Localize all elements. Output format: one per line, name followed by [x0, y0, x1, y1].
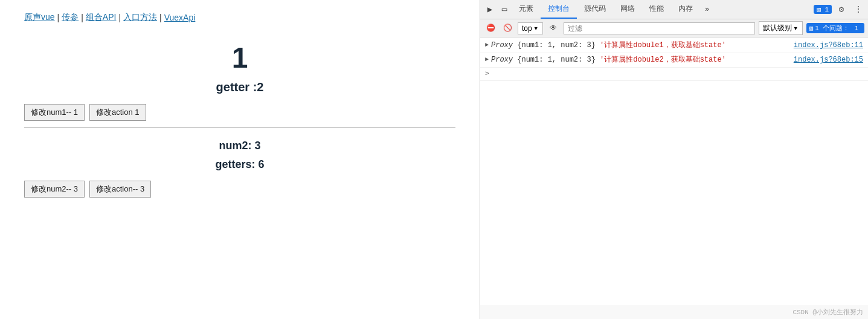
nav-link-rukoufangfa[interactable]: 入口方法 — [123, 12, 157, 23]
console-text-2: Proxy {num1: 1, num2: 3} '计算属性dobule2，获取… — [491, 55, 791, 65]
btn-modify-num2[interactable]: 修改num2-- 3 — [24, 181, 85, 198]
tab-memory[interactable]: 内存 — [671, 0, 700, 19]
devtools-panel: ▶ ▭ 元素 控制台 源代码 网络 性能 内存 » ▧ 1 ⚙ ⋮ ⛔ 🚫 to… — [480, 0, 868, 319]
string-val-2: '计算属性dobule2，获取基础state' — [600, 56, 726, 64]
console-row-1: ► Proxy {num1: 1, num2: 3} '计算属性dobule1，… — [480, 39, 868, 53]
issue-count-badge: 1 — [851, 24, 861, 33]
chevron-right-icon[interactable]: > — [485, 69, 489, 79]
nav-link-zuheapi[interactable]: 组合API — [86, 12, 117, 23]
stop-icon[interactable]: ⛔ — [484, 22, 497, 35]
triangle-1[interactable]: ► — [485, 41, 489, 50]
top-label: top — [522, 24, 532, 33]
string-val-1: '计算属性dobule1，获取基础state' — [600, 41, 726, 50]
nav-links: 原声vue | 传参 | 组合API | 入口方法 | VuexApi — [24, 12, 455, 23]
tab-elements[interactable]: 元素 — [512, 0, 541, 19]
left-panel: 原声vue | 传参 | 组合API | 入口方法 | VuexApi 1 ge… — [0, 0, 480, 319]
nav-link-yuansheng[interactable]: 原声vue — [24, 12, 55, 23]
console-chevron-row: > — [480, 68, 868, 81]
button-row-1: 修改num1-- 1 修改action 1 — [24, 104, 455, 121]
tab-performance[interactable]: 性能 — [642, 0, 671, 19]
divider — [24, 127, 455, 127]
csdn-watermark: CSDN @小刘先生很努力 — [480, 305, 868, 319]
clear-icon[interactable]: 🚫 — [501, 22, 514, 35]
nav-sep-3: | — [118, 13, 121, 22]
top-selector[interactable]: top ▼ — [518, 22, 543, 34]
more-vert-icon[interactable]: ⋮ — [851, 2, 866, 17]
obj-text-2: {num1: 1, num2: 3} — [517, 56, 600, 64]
level-dropdown-icon: ▼ — [793, 25, 799, 31]
proxy-keyword-2: Proxy — [491, 56, 513, 64]
console-output: ► Proxy {num1: 1, num2: 3} '计算属性dobule1，… — [480, 37, 868, 305]
level-label: 默认级别 — [763, 23, 792, 33]
getters-display: getters: 6 — [24, 158, 455, 171]
console-text-1: Proxy {num1: 1, num2: 3} '计算属性dobule1，获取… — [491, 40, 791, 51]
eye-icon[interactable]: 👁 — [547, 22, 560, 35]
num1-display: 1 — [24, 41, 455, 74]
badge-count: ▧ 1 — [814, 5, 832, 14]
tab-console[interactable]: 控制台 — [541, 0, 577, 19]
btn-modify-num1[interactable]: 修改num1-- 1 — [24, 104, 85, 121]
file-link-2[interactable]: index.js?68eb:15 — [794, 55, 863, 65]
settings-icon[interactable]: ⚙ — [834, 2, 849, 17]
nav-sep-4: | — [159, 13, 162, 22]
toolbar-tabs: 元素 控制台 源代码 网络 性能 内存 » — [512, 0, 714, 19]
devtools-toolbar: ▶ ▭ 元素 控制台 源代码 网络 性能 内存 » ▧ 1 ⚙ ⋮ — [480, 0, 868, 19]
nav-sep-2: | — [81, 13, 83, 22]
nav-link-vuexapi[interactable]: VuexApi — [164, 13, 196, 22]
num2-display: num2: 3 — [24, 140, 455, 152]
device-icon[interactable]: ▭ — [497, 2, 512, 17]
top-dropdown-icon: ▼ — [533, 25, 539, 31]
obj-text-1: {num1: 1, num2: 3} — [517, 41, 600, 50]
badge-icon: ▧ — [809, 24, 814, 32]
level-selector[interactable]: 默认级别 ▼ — [759, 21, 803, 35]
toolbar-right-icons: ▧ 1 ⚙ ⋮ — [814, 2, 866, 17]
issue-label: 1 个问题： — [815, 24, 849, 33]
filter-input[interactable] — [564, 22, 755, 34]
tab-more[interactable]: » — [700, 2, 714, 18]
btn-modify-action2[interactable]: 修改action-- 3 — [89, 181, 151, 198]
file-link-1[interactable]: index.js?68eb:11 — [794, 40, 863, 51]
button-row-2: 修改num2-- 3 修改action-- 3 — [24, 181, 455, 198]
tab-network[interactable]: 网络 — [613, 0, 642, 19]
console-row-2: ► Proxy {num1: 1, num2: 3} '计算属性dobule2，… — [480, 53, 868, 68]
btn-modify-action1[interactable]: 修改action 1 — [89, 104, 146, 121]
getter-display: getter :2 — [24, 80, 455, 94]
triangle-2[interactable]: ► — [485, 56, 489, 64]
issue-badge: ▧ 1 个问题： 1 — [806, 23, 864, 33]
nav-sep-1: | — [57, 13, 60, 22]
console-bar: ⛔ 🚫 top ▼ 👁 默认级别 ▼ ▧ 1 个问题： 1 — [480, 19, 868, 37]
nav-link-chuancan[interactable]: 传参 — [62, 12, 79, 23]
tab-sources[interactable]: 源代码 — [577, 0, 613, 19]
cursor-icon[interactable]: ▶ — [483, 2, 497, 17]
proxy-keyword-1: Proxy — [491, 41, 513, 50]
